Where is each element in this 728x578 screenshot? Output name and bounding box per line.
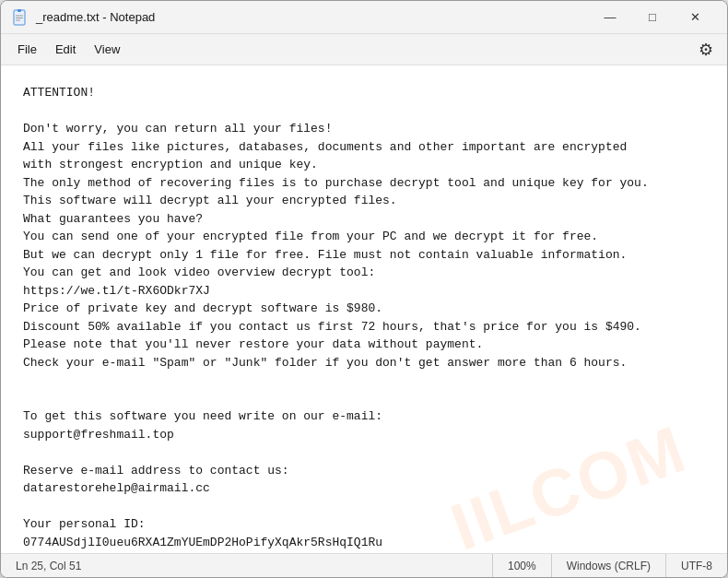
notepad-icon (12, 9, 29, 26)
status-zoom[interactable]: 100% (493, 554, 552, 577)
window-controls: — □ ✕ (589, 1, 716, 34)
text-content[interactable]: ATTENTION! Don't worry, you can return a… (1, 65, 727, 553)
status-bar: Ln 25, Col 51 100% Windows (CRLF) UTF-8 (1, 553, 727, 577)
menu-edit[interactable]: Edit (46, 39, 85, 60)
title-bar: _readme.txt - Notepad — □ ✕ (1, 1, 727, 34)
menu-file[interactable]: File (8, 39, 46, 60)
settings-icon[interactable]: ⚙ (692, 36, 720, 64)
menu-view[interactable]: View (85, 39, 129, 60)
close-button[interactable]: ✕ (674, 1, 716, 34)
status-line-ending[interactable]: Windows (CRLF) (552, 554, 666, 577)
minimize-button[interactable]: — (589, 1, 631, 34)
notepad-window: _readme.txt - Notepad — □ ✕ File Edit Vi… (0, 0, 728, 578)
status-position: Ln 25, Col 51 (1, 554, 493, 577)
content-wrapper: IILCOM ATTENTION! Don't worry, you can r… (1, 65, 727, 553)
svg-rect-1 (18, 9, 21, 12)
maximize-button[interactable]: □ (631, 1, 674, 34)
status-encoding[interactable]: UTF-8 (666, 554, 727, 577)
menu-bar: File Edit View ⚙ (1, 34, 727, 65)
window-title: _readme.txt - Notepad (36, 10, 589, 24)
